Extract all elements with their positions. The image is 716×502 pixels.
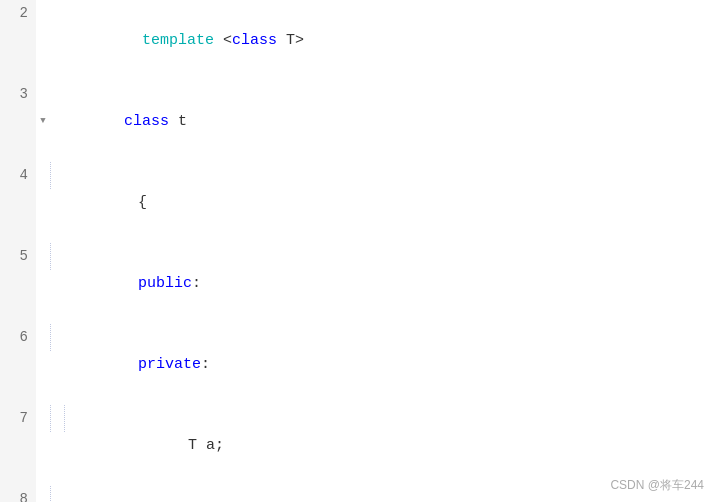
code-line-4: 5 public: <box>0 243 716 324</box>
line-number-1: 2 <box>0 0 36 81</box>
fold-marker-3 <box>36 162 50 243</box>
watermark: CSDN @将车244 <box>610 477 704 494</box>
line-number-4: 5 <box>0 243 36 324</box>
line-number-3: 4 <box>0 162 36 243</box>
code-line-3: 4 { <box>0 162 716 243</box>
line-number-7: 8 <box>0 486 36 502</box>
fold-marker-7 <box>36 486 50 502</box>
code-line-7: 8 }; <box>0 486 716 502</box>
fold-marker-5 <box>36 324 50 405</box>
fold-marker-4 <box>36 243 50 324</box>
code-line-5: 6 private: <box>0 324 716 405</box>
code-content-2: class t <box>50 81 716 162</box>
code-lines: 2 template <class T> 3 ▼ class t 4 { 5 <box>0 0 716 502</box>
code-content-5: private: <box>64 324 716 405</box>
fold-marker-1 <box>36 0 50 81</box>
code-content-4: public: <box>64 243 716 324</box>
code-content-3: { <box>64 162 716 243</box>
code-line-1: 2 template <class T> <box>0 0 716 81</box>
line-number-2: 3 <box>0 81 36 162</box>
code-line-2: 3 ▼ class t <box>0 81 716 162</box>
code-line-6: 7 T a; <box>0 405 716 486</box>
code-content-1: template <class T> <box>50 0 716 81</box>
line-number-6: 7 <box>0 405 36 486</box>
fold-marker-6 <box>36 405 50 486</box>
code-content-6: T a; <box>78 405 716 486</box>
line-number-5: 6 <box>0 324 36 405</box>
fold-marker-2[interactable]: ▼ <box>36 81 50 162</box>
code-editor: 2 template <class T> 3 ▼ class t 4 { 5 <box>0 0 716 502</box>
